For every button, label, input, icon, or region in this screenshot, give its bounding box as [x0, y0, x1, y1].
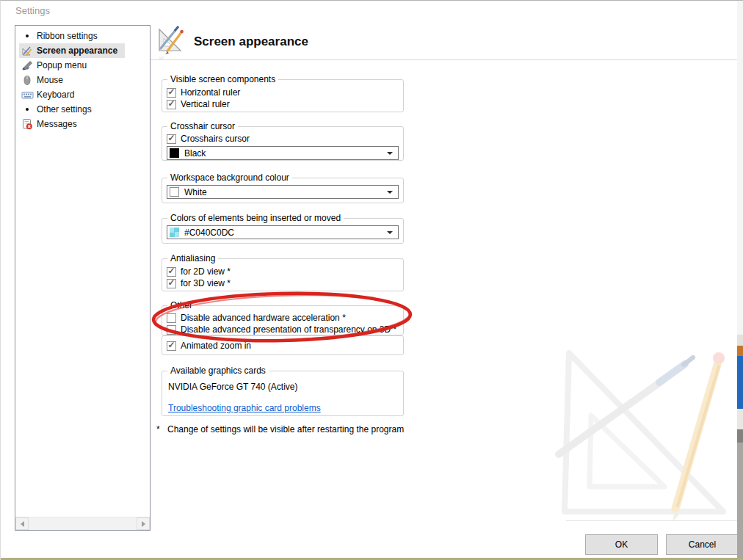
group-available-graphics-cards: Available graphics cards NVIDIA GeForce … [162, 371, 404, 416]
group-animated-zoom: Animated zoom in [162, 335, 404, 355]
triangle-right-icon [142, 521, 145, 527]
group-title: Available graphics cards [167, 366, 269, 377]
group-title: Colors of elements being inserted or mov… [167, 213, 344, 224]
crosshair-color-dropdown[interactable]: Black [167, 146, 399, 160]
bullet-icon [21, 30, 34, 42]
antialiasing-3d-checkbox[interactable] [167, 279, 176, 288]
page-title: Screen appearance [194, 34, 308, 49]
checkbox-row-disable-hw-acceleration[interactable]: Disable advanced hardware acceleration * [167, 312, 399, 324]
disable-transparency-3d-checkbox[interactable] [167, 325, 176, 335]
group-title: Crosshair cursor [167, 121, 238, 132]
window-title: Settings [15, 5, 50, 16]
set-square-icon [21, 45, 34, 57]
footnote-text: Change of settings will be visible after… [167, 424, 404, 434]
sidebar-item-label: Ribbon settings [37, 31, 98, 41]
antialiasing-2d-checkbox[interactable] [167, 267, 176, 277]
sidebar-item-label: Other settings [37, 104, 92, 114]
watermark-set-square-logo [553, 346, 741, 526]
triangle-left-icon [21, 521, 24, 527]
graphics-card-name: NVIDIA GeForce GT 740 (Active) [168, 382, 403, 392]
header-divider [151, 59, 740, 60]
checkbox-label: Disable advanced hardware acceleration * [181, 313, 346, 323]
vertical-ruler-checkbox[interactable] [167, 100, 176, 109]
checkbox-label: for 3D view * [181, 278, 231, 288]
color-swatch-white [170, 187, 179, 197]
color-swatch-black [170, 148, 179, 158]
checkbox-row-disable-transparency-3d[interactable]: Disable advanced presentation of transpa… [167, 324, 399, 335]
sidebar-item-ribbon-settings[interactable]: Ribbon settings [19, 29, 105, 43]
disable-hw-acceleration-checkbox[interactable] [167, 313, 176, 323]
settings-category-list: Ribbon settings Screen appearance [15, 25, 151, 531]
checkbox-label: Horizontal ruler [181, 87, 240, 98]
workspace-background-dropdown[interactable]: White [167, 185, 399, 199]
keyboard-icon [21, 89, 34, 101]
scroll-left-button[interactable] [15, 517, 29, 530]
group-title: Workspace background colour [167, 172, 292, 183]
sidebar-item-mouse[interactable]: Mouse [19, 73, 70, 87]
sidebar-item-popup-menu[interactable]: Popup menu [19, 58, 94, 73]
chevron-down-icon [387, 152, 393, 155]
checkbox-row-crosshairs-cursor[interactable]: Crosshairs cursor [167, 133, 399, 145]
checkbox-row-vertical-ruler[interactable]: Vertical ruler [167, 98, 399, 110]
bullet-icon [21, 103, 34, 115]
group-antialiasing: Antialiasing for 2D view * for 3D view * [162, 258, 404, 291]
mouse-icon [21, 74, 34, 86]
checkbox-label: Vertical ruler [181, 99, 230, 109]
footer-divider [566, 520, 739, 521]
chevron-down-icon [387, 191, 393, 194]
insert-move-color-dropdown[interactable]: #C040C0DC [167, 225, 399, 239]
sidebar-item-label: Screen appearance [37, 46, 117, 56]
crosshairs-cursor-checkbox[interactable] [167, 134, 176, 144]
scroll-right-button[interactable] [137, 517, 150, 530]
group-workspace-background-colour: Workspace background colour White [162, 178, 404, 203]
group-crosshair-cursor: Crosshair cursor Crosshairs cursor Black [162, 126, 404, 161]
checkbox-row-2d-view[interactable]: for 2D view * [167, 266, 399, 277]
group-title: Other [167, 300, 195, 311]
chevron-down-icon [387, 231, 393, 234]
sidebar-item-label: Keyboard [37, 90, 74, 100]
cancel-button[interactable]: Cancel [666, 534, 739, 555]
checkbox-label: Animated zoom in [181, 341, 251, 351]
sidebar-item-keyboard[interactable]: Keyboard [19, 87, 81, 102]
horizontal-ruler-checkbox[interactable] [167, 88, 176, 98]
group-visible-screen-components: Visible screen components Horizontal rul… [162, 79, 404, 112]
animated-zoom-in-checkbox[interactable] [167, 341, 176, 351]
restart-footnote: * Change of settings will be visible aft… [156, 424, 404, 434]
sidebar-item-messages[interactable]: Messages [19, 117, 84, 131]
dropdown-value: White [184, 187, 207, 197]
popup-menu-icon [21, 59, 34, 71]
sidebar-item-label: Popup menu [37, 60, 87, 70]
color-swatch-transparent-cyan [170, 228, 179, 237]
ok-button[interactable]: OK [585, 534, 658, 555]
sidebar-horizontal-scrollbar[interactable] [15, 517, 150, 530]
group-title: Antialiasing [167, 253, 218, 264]
checkbox-label: Crosshairs cursor [181, 134, 250, 144]
checkbox-row-animated-zoom-in[interactable]: Animated zoom in [167, 340, 399, 352]
checkbox-row-3d-view[interactable]: for 3D view * [167, 277, 399, 289]
sidebar-item-label: Mouse [37, 75, 63, 85]
asterisk-marker: * [156, 424, 167, 434]
settings-dialog: Settings Ribbon settings Screen appearan… [0, 0, 743, 560]
group-insert-move-colors: Colors of elements being inserted or mov… [162, 218, 404, 244]
dropdown-value: #C040C0DC [184, 228, 234, 238]
troubleshooting-link[interactable]: Troubleshooting graphic card problems [168, 403, 321, 413]
checkbox-row-horizontal-ruler[interactable]: Horizontal ruler [167, 87, 399, 98]
checkbox-label: for 2D view * [181, 266, 231, 277]
sidebar-item-label: Messages [37, 119, 77, 129]
dropdown-value: Black [184, 148, 206, 159]
group-other: Other Disable advanced hardware accelera… [162, 305, 404, 335]
messages-icon [21, 118, 34, 130]
screen-appearance-page-icon [156, 23, 187, 62]
background-sliver [737, 1, 743, 560]
sidebar-item-other-settings[interactable]: Other settings [19, 102, 99, 117]
sidebar-item-screen-appearance[interactable]: Screen appearance [19, 43, 125, 58]
checkbox-label: Disable advanced presentation of transpa… [181, 324, 396, 335]
group-title: Visible screen components [167, 74, 278, 85]
